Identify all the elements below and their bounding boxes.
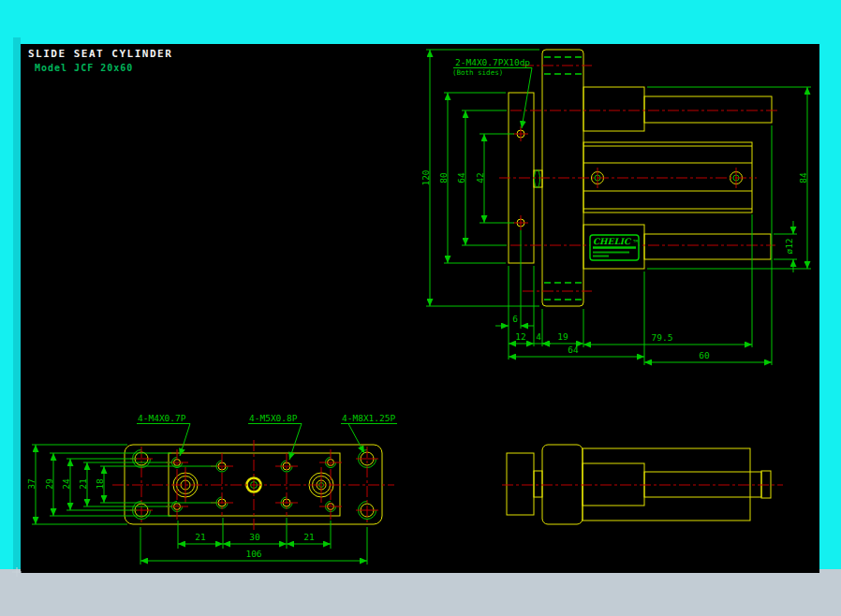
dim-120: 120: [420, 169, 431, 185]
label-m4: 4-M4X0.7P: [138, 413, 186, 423]
dim-42: 42: [475, 172, 485, 183]
dim-21a: 21: [195, 532, 206, 542]
thread-note-text: 2-M4X0.7PX10dp: [455, 57, 530, 67]
drawing-title: SLIDE SEAT CYLINDER: [28, 48, 172, 60]
dim-21b: 21: [303, 532, 315, 542]
chelic-logo: CHELIC TM: [590, 235, 639, 260]
dim-18: 18: [95, 478, 105, 490]
dim-21v: 21: [78, 478, 88, 490]
logo-tm: TM: [633, 239, 638, 243]
drawing-canvas: SLIDE SEAT CYLINDER Model JCF 20x60: [0, 0, 841, 616]
dim-106: 106: [245, 549, 261, 559]
dim-6: 6: [512, 314, 518, 324]
drawing-sheet: [21, 44, 819, 573]
dim-64v: 64: [456, 172, 466, 183]
dim-30: 30: [249, 532, 260, 542]
drawing-model: Model JCF 20x60: [35, 63, 133, 73]
thread-note-subtext: (Both sides): [452, 68, 503, 77]
dim-4: 4: [536, 331, 541, 342]
dim-80: 80: [438, 172, 449, 183]
dim-79-5: 79.5: [652, 332, 673, 343]
label-m8: 4-M8X1.25P: [342, 413, 395, 423]
dim-dia12: ø12: [784, 238, 794, 254]
corner-marker: [12, 567, 22, 577]
dim-19: 19: [557, 331, 568, 342]
dim-60: 60: [699, 350, 710, 360]
dim-12: 12: [515, 331, 525, 342]
logo-brand: CHELIC: [593, 237, 632, 246]
dim-64h: 64: [568, 345, 579, 355]
dim-24: 24: [61, 478, 71, 490]
cad-viewport: SLIDE SEAT CYLINDER Model JCF 20x60: [0, 0, 841, 616]
dim-37: 37: [26, 478, 37, 489]
label-m5: 4-M5X0.8P: [249, 413, 298, 423]
dim-84: 84: [798, 172, 808, 183]
dim-29: 29: [44, 478, 54, 490]
